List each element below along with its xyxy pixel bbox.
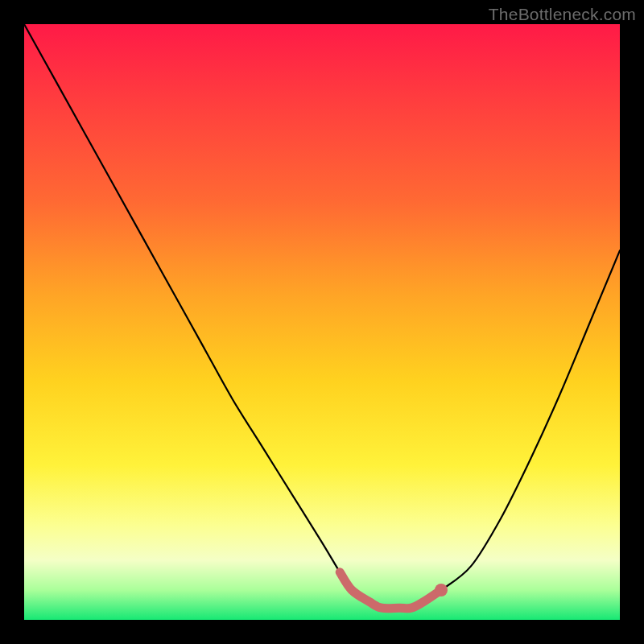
optimal-range-highlight [340,572,448,609]
bottleneck-curve [24,24,620,609]
watermark-text: TheBottleneck.com [489,5,636,24]
plot-area [24,24,620,620]
curve-path [24,24,620,609]
chart-frame: TheBottleneck.com [0,0,644,644]
optimal-end-dot [435,584,448,597]
highlight-path [340,572,441,609]
curve-svg [24,24,620,620]
